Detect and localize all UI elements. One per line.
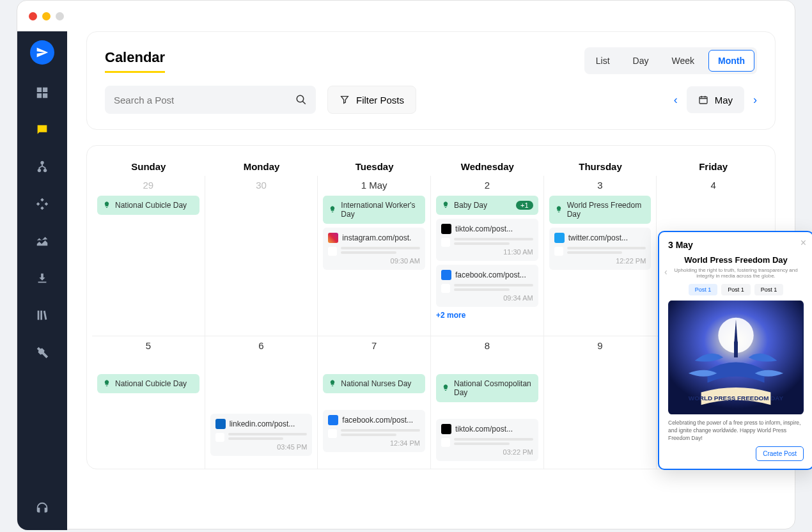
posts-icon[interactable] — [33, 121, 51, 139]
create-post-button[interactable]: Craete Post — [756, 446, 804, 461]
month-selector[interactable]: May — [687, 86, 744, 113]
post-card[interactable]: facebook.com/post... 09:34 AM — [436, 265, 538, 307]
post-url: facebook.com/post... — [342, 416, 413, 425]
post-card[interactable]: tiktok.com/post... 03:22 PM — [436, 419, 538, 461]
weekday-head: Tuesday — [318, 156, 431, 176]
linkedin-icon — [215, 419, 226, 429]
post-card[interactable]: linkedin.com/post... 03:45 PM — [210, 414, 313, 456]
post-card[interactable]: instagram.com/post. 09:30 AM — [323, 228, 425, 270]
day-cell[interactable]: 8 National Cosmopolitan Day tiktok.com/p… — [431, 336, 544, 469]
day-number: 2 — [436, 180, 538, 191]
instagram-icon — [328, 233, 338, 243]
event-label: National Cosmopolitan Day — [454, 379, 533, 397]
event-label: National Nurses Day — [341, 379, 411, 388]
tab-week[interactable]: Week — [662, 51, 703, 71]
twitter-icon — [554, 233, 565, 243]
post-tab[interactable]: Post 1 — [689, 284, 718, 295]
event-tag[interactable]: National Nurses Day — [323, 374, 425, 393]
network-icon[interactable] — [33, 158, 51, 176]
bulb-icon — [441, 201, 450, 210]
day-cell[interactable]: 7 National Nurses Day facebook.com/post.… — [318, 336, 431, 469]
tab-month[interactable]: Month — [708, 50, 754, 72]
day-number: 3 — [549, 180, 652, 191]
weekday-head: Friday — [657, 156, 770, 176]
event-tag[interactable]: World Press Freedom Day — [549, 196, 652, 224]
weekday-head: Thursday — [544, 156, 657, 176]
more-link[interactable]: +2 more — [436, 311, 538, 320]
bulb-icon — [554, 205, 563, 214]
tab-list[interactable]: List — [587, 51, 619, 71]
event-tag[interactable]: Baby Day +1 — [436, 196, 538, 215]
event-label: Baby Day — [454, 201, 487, 210]
download-icon[interactable] — [33, 269, 51, 287]
post-time: 09:30 AM — [328, 257, 420, 265]
day-cell[interactable]: 3 World Press Freedom Day twitter.com/po… — [544, 176, 657, 336]
day-number: 30 — [210, 180, 313, 191]
day-cell[interactable]: 1 May International Worker's Day instagr… — [318, 176, 431, 336]
popup-title: World Press Freedom Day — [668, 255, 804, 265]
day-cell[interactable]: 30 — [205, 176, 318, 336]
post-card[interactable]: facebook.com/post... 12:34 PM — [323, 410, 425, 452]
post-time: 12:22 PM — [554, 257, 646, 265]
event-tag[interactable]: National Cubicle Day — [97, 374, 199, 393]
view-tabs: List Day Week Month — [584, 47, 757, 74]
popup-subtitle: Upholding the right to truth, fostering … — [668, 267, 804, 279]
event-tag[interactable]: International Worker's Day — [323, 196, 425, 224]
popup-date: 3 May — [668, 240, 804, 250]
event-label: National Cubicle Day — [115, 201, 187, 210]
tiktok-icon — [441, 424, 451, 434]
event-tag[interactable]: National Cubicle Day — [97, 196, 199, 215]
tab-day[interactable]: Day — [624, 51, 658, 71]
search-input[interactable] — [114, 95, 295, 106]
post-image: WORLD PRESS FREEDOM DAY — [668, 301, 804, 414]
filter-button[interactable]: Filter Posts — [327, 86, 416, 114]
post-card[interactable]: tiktok.com/post... 11:30 AM — [436, 219, 538, 261]
day-number: 4 — [662, 180, 765, 191]
day-number: 9 — [549, 340, 652, 351]
facebook-icon — [328, 415, 338, 425]
chevron-left-icon[interactable]: ‹ — [664, 267, 668, 277]
dashboard-icon[interactable] — [33, 84, 51, 102]
search-icon — [295, 94, 307, 106]
bulb-icon — [328, 205, 337, 214]
library-icon[interactable] — [33, 306, 51, 324]
post-tab[interactable]: Post 1 — [721, 284, 751, 295]
target-icon[interactable] — [33, 195, 51, 213]
day-cell[interactable]: 6 linkedin.com/post... 03:45 PM — [205, 336, 318, 469]
post-card[interactable]: twitter.com/post... 12:22 PM — [549, 228, 652, 270]
post-tabs: Post 1 Post 1 Post 1 — [668, 284, 804, 295]
post-time: 12:34 PM — [328, 439, 420, 447]
bulb-icon — [102, 379, 111, 388]
day-number: 8 — [436, 340, 538, 351]
day-number: 6 — [210, 340, 313, 351]
tiktok-icon — [441, 224, 451, 234]
filter-icon — [340, 95, 350, 105]
post-url: linkedin.com/post... — [230, 419, 295, 428]
bulb-icon — [441, 384, 450, 393]
header-card: Calendar List Day Week Month — [86, 31, 776, 130]
close-icon[interactable]: × — [800, 237, 806, 249]
maximize-dot[interactable] — [56, 12, 64, 20]
analytics-icon[interactable] — [33, 232, 51, 250]
svg-rect-4 — [734, 341, 738, 357]
event-label: World Press Freedom Day — [567, 201, 646, 219]
event-tag[interactable]: National Cosmopolitan Day — [436, 374, 538, 402]
next-month[interactable]: › — [753, 93, 757, 107]
tools-icon[interactable] — [33, 343, 51, 361]
day-number: 5 — [97, 340, 199, 351]
weekday-head: Sunday — [92, 156, 205, 176]
day-cell[interactable]: 2 Baby Day +1 tiktok.com/post... 11:30 A… — [431, 176, 544, 336]
support-icon[interactable] — [33, 499, 51, 517]
event-detail-popup: × 3 May ‹ World Press Freedom Day Uphold… — [658, 231, 812, 470]
post-tab[interactable]: Post 1 — [754, 284, 784, 295]
minimize-dot[interactable] — [42, 12, 51, 20]
day-cell[interactable]: 5 National Cubicle Day — [92, 336, 205, 469]
day-cell[interactable]: 9 — [544, 336, 657, 469]
svg-rect-1 — [699, 97, 707, 104]
prev-month[interactable]: ‹ — [674, 93, 678, 107]
event-label: International Worker's Day — [341, 201, 420, 219]
app-logo[interactable] — [30, 40, 54, 65]
search-box[interactable] — [105, 86, 316, 114]
day-cell[interactable]: 29 National Cubicle Day — [92, 176, 205, 336]
close-dot[interactable] — [29, 12, 37, 20]
